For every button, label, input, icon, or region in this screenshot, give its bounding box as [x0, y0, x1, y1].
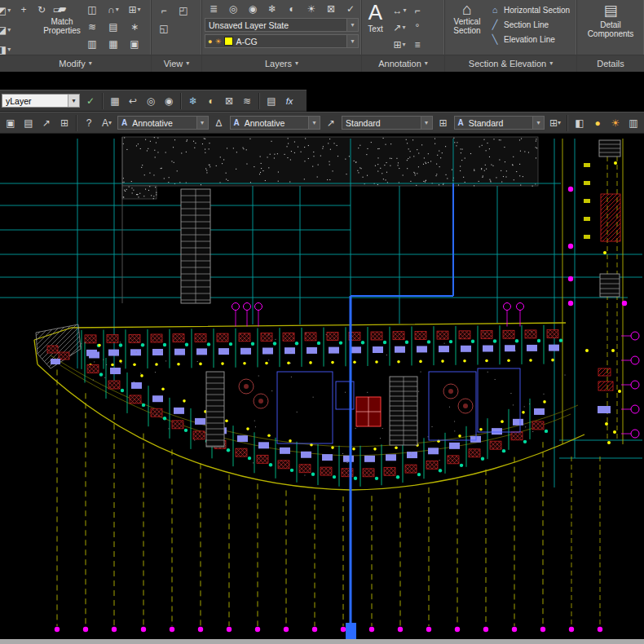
cad-drawing[interactable]: [0, 134, 644, 639]
dim-style-combo[interactable]: A Annotative ▾: [230, 116, 321, 130]
navbar-icon[interactable]: ◱: [155, 20, 173, 36]
layer-off-icon[interactable]: ◐: [203, 93, 219, 109]
layer-isolate-icon[interactable]: ◎: [223, 1, 243, 16]
layer-control-combo[interactable]: ● ☀ A-CG ▾: [205, 34, 359, 48]
dim-style-value: Annotative: [241, 118, 308, 128]
table-style-button-icon[interactable]: ⊞: [435, 115, 452, 131]
horizontal-section-button[interactable]: ⌂ Horizontal Section: [489, 2, 570, 17]
text-style-manager-icon[interactable]: ▣: [2, 115, 19, 131]
ucs-icon[interactable]: ⌐: [155, 2, 173, 18]
layer-freeze-icon[interactable]: ❄: [185, 93, 201, 109]
chevron-down-icon: ▾: [116, 7, 119, 13]
array-icon[interactable]: ⊞▾: [126, 2, 143, 17]
layer-match-icon[interactable]: ▦: [107, 93, 123, 109]
explode-icon[interactable]: ∗: [126, 19, 143, 34]
layer-walk-icon[interactable]: ≋: [239, 93, 255, 109]
layer-match-icon[interactable]: ✓: [341, 1, 360, 16]
separator: [102, 93, 104, 109]
panel-label-section-elevation[interactable]: Section & Elevation▾: [445, 55, 576, 72]
layer-lock-icon[interactable]: ⊠: [221, 93, 237, 109]
scale-icon[interactable]: ▦: [104, 36, 122, 51]
layer-freeze-icon[interactable]: ❄: [262, 1, 282, 16]
cropped-tool-icon[interactable]: ◪▾: [0, 22, 13, 37]
panel-label-view[interactable]: View▾: [152, 55, 201, 72]
materials-icon[interactable]: ▥: [625, 115, 642, 131]
bulb-icon[interactable]: ●: [208, 37, 212, 46]
panel-label-details[interactable]: Details: [577, 55, 644, 72]
ribbon-panel-layers: ≣◎◉❄◐☀⊠✓ Unsaved Layer State ▾ ● ☀ A-CG …: [202, 0, 362, 72]
cropped-tool-icon[interactable]: ◨▾: [0, 42, 13, 55]
dim-style-manager-icon[interactable]: ▤: [20, 115, 37, 131]
elevation-line-label: Elevation Line: [504, 35, 555, 44]
layer-previous-icon[interactable]: ↩: [125, 93, 141, 109]
panel-label-text: Annotation: [378, 59, 421, 68]
table-icon[interactable]: ⊞▾: [390, 37, 408, 53]
lightbulb-icon[interactable]: ●: [589, 115, 606, 131]
sun-icon[interactable]: ☀: [607, 115, 624, 131]
panel-label-layers[interactable]: Layers▾: [202, 55, 361, 72]
dim-style-button-icon[interactable]: ∆: [211, 115, 227, 131]
table-extra-icon[interactable]: ≡: [408, 37, 426, 53]
layer-properties-icon[interactable]: ≣: [204, 1, 223, 16]
make-current-icon[interactable]: ✓: [82, 93, 99, 109]
viewcube-icon[interactable]: ◰: [174, 2, 192, 18]
chevron-down-icon[interactable]: ▾: [196, 117, 208, 129]
table-cell-style-icon[interactable]: ⊞▾: [547, 115, 563, 131]
annotation-tool-rows: ↔▾ ⌐ ↗▾ ° ⊞▾ ≡: [390, 2, 426, 53]
dimension-icon[interactable]: ↔▾: [390, 3, 408, 19]
help-icon[interactable]: ?: [81, 115, 97, 131]
ribbon: ◩▾◪▾◨▾ +↻▭▾ ▰ Match Properties ◫∩▾⊞▾≋▤∗▥…: [0, 0, 644, 72]
mleader-style-combo[interactable]: Standard ▾: [342, 116, 433, 130]
layer-off-icon[interactable]: ◐: [282, 1, 302, 16]
layer-on-icon[interactable]: ☀: [302, 1, 321, 16]
layer-unisolate-icon[interactable]: ◉: [161, 93, 177, 109]
chevron-down-icon[interactable]: ▾: [68, 95, 79, 107]
dimension-extra-icon[interactable]: ⌐: [408, 3, 426, 19]
detail-components-button[interactable]: ▤ Detail Components: [587, 2, 634, 38]
layer-color-swatch[interactable]: [224, 37, 233, 46]
chevron-down-icon[interactable]: ▾: [346, 19, 358, 31]
layer-unisolate-icon[interactable]: ◉: [243, 1, 262, 16]
text-style-combo[interactable]: A Annotative ▾: [117, 116, 209, 130]
sun-icon[interactable]: ☀: [214, 37, 221, 46]
vertical-section-button[interactable]: ⌂ Vertical Section: [448, 1, 487, 35]
chevron-down-icon[interactable]: ▾: [421, 117, 432, 129]
layer-state-combo[interactable]: Unsaved Layer State ▾: [205, 18, 359, 32]
bylayer-combo[interactable]: yLayer ▾: [2, 94, 80, 108]
panel-label-annotation[interactable]: Annotation▾: [362, 55, 444, 72]
multileader-extra-icon[interactable]: °: [408, 20, 426, 36]
layer-isolate-icon[interactable]: ◎: [143, 93, 159, 109]
text-style-quick-icon[interactable]: A▾: [99, 115, 115, 131]
visibility-icon[interactable]: ◧: [571, 115, 588, 131]
elevation-line-icon: ╲: [489, 34, 501, 45]
stretch-icon[interactable]: ▥: [83, 36, 101, 51]
chevron-down-icon[interactable]: ▾: [346, 35, 358, 47]
panel-label-text: Modify: [59, 59, 85, 68]
section-line-button[interactable]: ╱ Section Line: [489, 17, 570, 32]
chevron-down-icon[interactable]: ▾: [308, 117, 320, 129]
copy-icon[interactable]: ▣: [126, 36, 143, 51]
chevron-down-icon: ▾: [89, 60, 92, 67]
chevron-down-icon: ▾: [7, 27, 11, 33]
drawing-area[interactable]: [0, 134, 644, 639]
match-properties-button[interactable]: ▰ Match Properties: [41, 2, 83, 35]
layer-state-icon[interactable]: ▤: [263, 93, 280, 109]
table-style-combo[interactable]: A Standard ▾: [454, 116, 545, 130]
move-icon[interactable]: +: [15, 2, 33, 17]
cropped-tool-icon[interactable]: ◩▾: [0, 2, 13, 18]
panel-label-text: Details: [597, 59, 624, 68]
fillet-icon[interactable]: ∩▾: [104, 2, 122, 17]
multileader-icon[interactable]: ↗▾: [390, 20, 408, 36]
mirror-icon[interactable]: ◫: [83, 2, 101, 17]
mleader-style-button-icon[interactable]: ↗: [323, 115, 339, 131]
erase-icon[interactable]: ▤: [104, 19, 122, 34]
elevation-line-button[interactable]: ╲ Elevation Line: [489, 32, 570, 46]
chevron-down-icon[interactable]: ▾: [532, 117, 544, 129]
layer-lock-icon[interactable]: ⊠: [321, 1, 341, 16]
offset-icon[interactable]: ≋: [83, 19, 101, 34]
panel-label-modify[interactable]: Modify▾: [0, 55, 151, 72]
text-button[interactable]: A Text: [363, 2, 388, 33]
mleader-style-manager-icon[interactable]: ↗: [38, 115, 55, 131]
table-style-manager-icon[interactable]: ⊞: [56, 115, 73, 131]
fx-icon[interactable]: fx: [281, 93, 298, 109]
